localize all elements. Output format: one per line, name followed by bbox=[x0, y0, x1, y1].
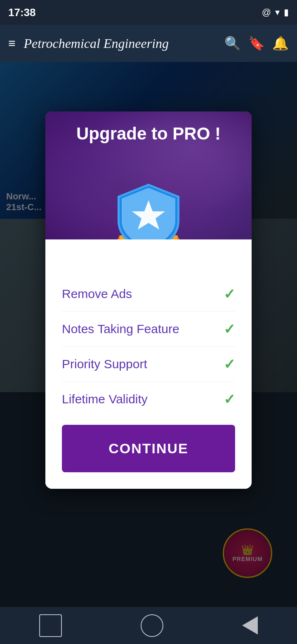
battery-icon: ▮ bbox=[284, 7, 289, 18]
at-icon: @ bbox=[262, 7, 271, 18]
feature-row-notes: Notes Taking Feature ✓ bbox=[62, 312, 235, 347]
bell-icon[interactable]: 🔔 bbox=[272, 36, 289, 51]
bookmark-icon[interactable]: 🔖 bbox=[248, 36, 265, 51]
app-header: ≡ Petrochemical Engineering 🔍 🔖 🔔 bbox=[0, 25, 297, 62]
header-action-icons: 🔍 🔖 🔔 bbox=[224, 36, 289, 51]
bottom-nav bbox=[0, 607, 297, 644]
continue-button[interactable]: CONTINUE bbox=[62, 425, 235, 472]
status-time: 17:38 bbox=[8, 6, 36, 19]
modal-header: Upgrade to PRO ! bbox=[45, 111, 252, 239]
feature-row-remove-ads: Remove Ads ✓ bbox=[62, 277, 235, 312]
shield-svg bbox=[107, 178, 190, 239]
nav-square-button[interactable] bbox=[39, 614, 62, 637]
check-icon-notes: ✓ bbox=[224, 321, 235, 337]
check-icon-priority: ✓ bbox=[224, 356, 235, 372]
wifi-icon: ▾ bbox=[275, 7, 280, 18]
nav-back-button[interactable] bbox=[242, 616, 258, 635]
upgrade-modal: Upgrade to PRO ! bbox=[45, 111, 252, 489]
feature-row-priority: Priority Support ✓ bbox=[62, 347, 235, 382]
menu-icon[interactable]: ≡ bbox=[8, 36, 16, 50]
check-icon-lifetime: ✓ bbox=[224, 391, 235, 407]
status-bar: 17:38 @ ▾ ▮ bbox=[0, 0, 297, 25]
feature-label-remove-ads: Remove Ads bbox=[62, 287, 132, 301]
check-icon-remove-ads: ✓ bbox=[224, 286, 235, 302]
status-icons: @ ▾ ▮ bbox=[262, 7, 289, 18]
app-title: Petrochemical Engineering bbox=[24, 36, 224, 51]
modal-body: Remove Ads ✓ Notes Taking Feature ✓ Prio… bbox=[45, 239, 252, 489]
upgrade-title: Upgrade to PRO ! bbox=[45, 124, 252, 144]
feature-label-notes: Notes Taking Feature bbox=[62, 322, 179, 336]
shield-badge bbox=[107, 178, 190, 239]
feature-label-priority: Priority Support bbox=[62, 357, 147, 371]
search-icon[interactable]: 🔍 bbox=[224, 36, 241, 51]
feature-label-lifetime: Lifetime Validity bbox=[62, 392, 148, 406]
feature-row-lifetime: Lifetime Validity ✓ bbox=[62, 382, 235, 417]
nav-circle-button[interactable] bbox=[141, 614, 163, 637]
